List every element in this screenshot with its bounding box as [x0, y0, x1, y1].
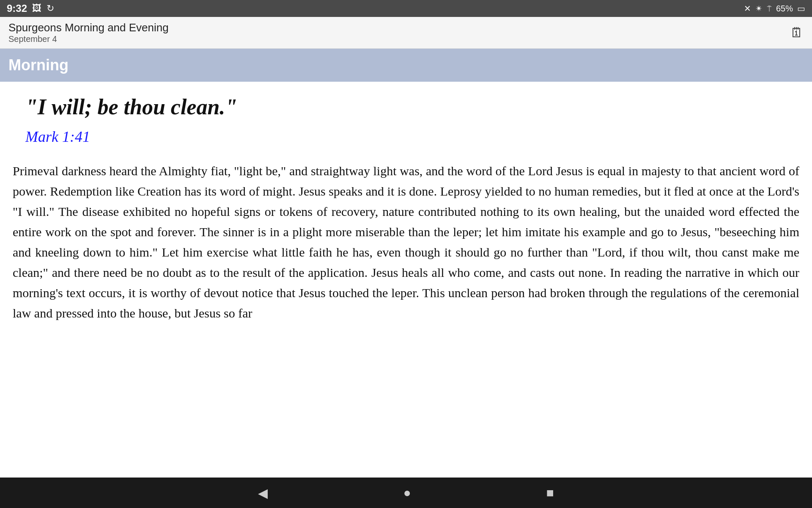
morning-banner: Morning — [0, 49, 812, 82]
refresh-icon: ↻ — [47, 3, 54, 14]
main-content: "I will; be thou clean." Mark 1:41 Prime… — [0, 82, 812, 478]
verse-reference: Mark 1:41 — [25, 128, 799, 146]
status-time: 9:32 — [7, 3, 27, 14]
battery-label: 65% — [776, 4, 793, 14]
recents-icon: ■ — [546, 486, 554, 500]
recents-button[interactable]: ■ — [546, 486, 554, 500]
signal-icon: ✕ — [744, 3, 751, 14]
home-icon: ● — [403, 486, 411, 500]
nav-bar: ◀ ● ■ — [0, 478, 812, 508]
app-header: Spurgeons Morning and Evening September … — [0, 17, 812, 49]
back-button[interactable]: ◀ — [258, 486, 268, 500]
wifi-icon: ⍑ — [767, 4, 772, 14]
battery-icon: ▭ — [797, 3, 805, 14]
status-right: ✕ ✴ ⍑ 65% ▭ — [744, 3, 805, 14]
calendar-icon[interactable]: 🗓 — [790, 25, 804, 41]
verse-title: "I will; be thou clean." — [25, 94, 799, 119]
devotional-text: Primeval darkness heard the Almighty fia… — [13, 161, 799, 323]
morning-label: Morning — [8, 56, 69, 74]
bluetooth-icon: ✴ — [755, 3, 763, 14]
status-left: 9:32 🖼 ↻ — [7, 3, 54, 14]
home-button[interactable]: ● — [403, 486, 411, 500]
app-date: September 4 — [8, 34, 169, 44]
app-title: Spurgeons Morning and Evening — [8, 21, 169, 34]
status-bar: 9:32 🖼 ↻ ✕ ✴ ⍑ 65% ▭ — [0, 0, 812, 17]
app-header-left: Spurgeons Morning and Evening September … — [8, 21, 169, 44]
back-icon: ◀ — [258, 486, 268, 500]
photo-icon: 🖼 — [32, 3, 41, 14]
